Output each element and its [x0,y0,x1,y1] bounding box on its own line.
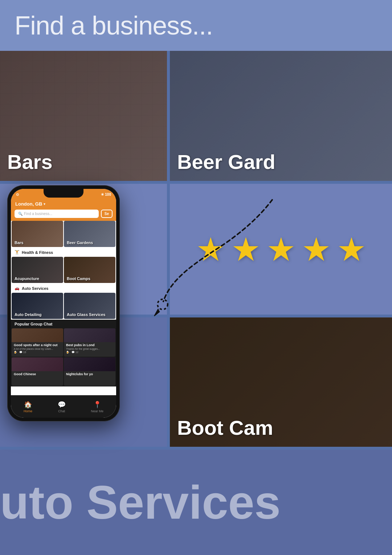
chat-card-3-title: Good Chinese [14,372,61,376]
nav-chat-label: Chat [58,409,65,413]
bg-cell-autotext: uto Services [0,450,392,555]
glass-label: Auto Glass Services [67,312,105,317]
star-4: ★ [302,230,331,268]
bg-row-1: Bars Beer Gard [0,51,392,181]
bars-label: Bars [7,150,53,174]
chat-card-1-title: Good spots after a night out [14,343,61,347]
category-grid-3: Auto Detailing Auto Glass Services [11,293,116,319]
chat-card-2-title: Best pubs in Lond [66,343,113,347]
car-icon: 🚗 [15,286,20,291]
nav-home[interactable]: 🏠 Home [24,401,32,413]
bars-cat-label: Bars [15,240,23,245]
bg-cell-bars: Bars [0,51,167,181]
category-beer[interactable]: Beer Gardens [64,221,115,247]
bg-divider-h1 [0,181,392,184]
chat-card-4-img [64,357,115,371]
bootcamp-cat-label: Boot Camps [67,276,90,281]
health-icon: 🏋 [15,250,20,255]
category-glass[interactable]: Auto Glass Services [64,293,115,319]
chat-card-1-content: Good spots after a night out A lot of th… [12,342,63,355]
chat-2-comment-icon: 💬 12 [72,351,78,354]
bg-cell-bootcamp: Boot Cam [170,317,392,447]
status-left: ⊙ [16,193,19,197]
bg-search-bar: Find a business... [0,0,392,51]
bg-cell-stars: ★ ★ ★ ★ ★ [170,184,392,315]
chat-1-beer-icon: 🍺 [14,351,17,354]
chat-card-2[interactable]: Best pubs in Lond Thanks for the great s… [64,328,115,357]
star-1: ★ [196,230,225,268]
chat-1-comment-icon: 💬 13 [19,351,26,354]
category-grid-2: Acupuncture Boot Camps [11,257,116,283]
beer-cat-label: Beer Gardens [67,240,93,245]
bg-auto-text: uto Services [0,475,281,530]
chat-card-4-content: Nightclubs for yo [64,371,115,377]
bluetooth-icon: ✳ [101,193,104,197]
chat-card-2-img [64,328,115,342]
chevron-down-icon: ▾ [44,202,45,206]
search-button[interactable]: Se [101,210,113,218]
nav-near-me-label: Near Me [91,409,104,413]
chat-card-1-subtitle: A lot of the places close by 12am... [14,348,61,350]
beer-label: Beer Gard [177,150,275,174]
chat-2-beer-icon: 🍺 [66,351,69,354]
chat-card-3-content: Good Chinese [12,371,63,377]
health-label: Health & Fitness [22,250,53,255]
wifi-icon: ⊙ [16,193,19,197]
home-icon: 🏠 [24,401,32,409]
phone-notch [44,189,83,198]
search-placeholder: Find a business... [24,212,52,216]
category-detailing[interactable]: Auto Detailing [12,293,63,319]
nav-near-me[interactable]: 📍 Near Me [91,401,104,413]
chat-card-4-title: Nightclubs for yo [66,372,113,376]
star-2: ★ [231,230,261,268]
chat-cards: Good spots after a night out A lot of th… [11,328,116,386]
chat-card-2-subtitle: Thanks for the great sugges... [66,348,113,350]
bg-divider-v3 [167,317,170,447]
nav-home-label: Home [24,409,32,413]
category-grid-1: Bars Beer Gardens [11,221,116,247]
bottom-nav: 🏠 Home 💬 Chat 📍 Near Me [11,395,116,418]
chat-card-3[interactable]: Good Chinese [12,357,63,386]
group-chat-header: Popular Group Chat [11,320,116,328]
auto-label: Auto Services [22,286,48,291]
section-auto-services: 🚗 Auto Services [11,284,116,293]
star-5: ★ [337,230,366,268]
phone-outer: ⊙ ✳ 100 London, GB ▾ 🔍 Find a business..… [7,185,120,421]
bg-divider-v1 [167,51,170,181]
category-acupuncture[interactable]: Acupuncture [12,257,63,283]
bg-cell-beer: Beer Gard [170,51,392,181]
search-bar: 🔍 Find a business... Se [11,210,116,221]
category-bootcamp[interactable]: Boot Camps [64,257,115,283]
chat-icon: 💬 [58,401,66,409]
bg-divider-h3 [0,447,392,450]
near-me-icon: 📍 [93,401,101,409]
search-input-container[interactable]: 🔍 Find a business... [15,210,99,218]
category-bars[interactable]: Bars [12,221,63,247]
chat-card-2-content: Best pubs in Lond Thanks for the great s… [64,342,115,355]
status-right: ✳ 100 [101,193,111,197]
section-health-fitness: 🏋 Health & Fitness [11,248,116,257]
location-text: London, GB [15,201,42,207]
bootcamp-label: Boot Cam [177,416,273,439]
bg-divider-v2 [167,184,170,315]
detailing-label: Auto Detailing [15,312,42,317]
search-icon: 🔍 [18,212,23,216]
chat-card-4[interactable]: Nightclubs for yo [64,357,115,386]
chat-card-1-meta: 🍺 💬 13 [14,351,61,354]
phone-mockup: ⊙ ✳ 100 London, GB ▾ 🔍 Find a business..… [7,185,120,421]
chat-card-3-img [12,357,63,371]
nav-chat[interactable]: 💬 Chat [58,401,66,413]
chat-card-1[interactable]: Good spots after a night out A lot of th… [12,328,63,357]
phone-screen: ⊙ ✳ 100 London, GB ▾ 🔍 Find a business..… [11,189,116,418]
acupuncture-label: Acupuncture [15,276,39,281]
phone-header[interactable]: London, GB ▾ [11,200,116,210]
bg-search-text: Find a business... [15,11,213,40]
chat-card-1-img [12,328,63,342]
battery-label: 100 [105,193,111,197]
group-chat-label: Popular Group Chat [15,322,53,326]
chat-card-2-meta: 🍺 💬 12 [66,351,113,354]
star-3: ★ [266,230,296,268]
